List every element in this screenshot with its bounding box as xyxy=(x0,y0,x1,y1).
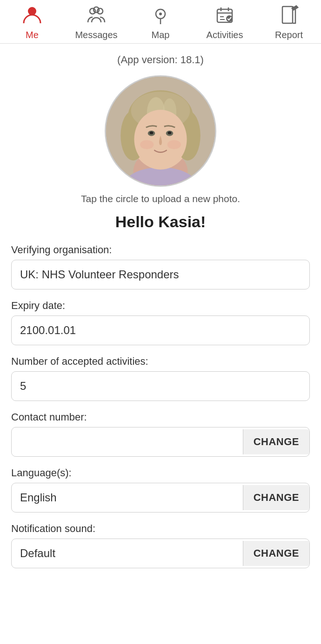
activities-icon xyxy=(214,5,235,28)
field-value-accepted-activities: 5 xyxy=(12,373,309,399)
svg-point-31 xyxy=(140,140,154,150)
field-box-verifying-org: UK: NHS Volunteer Responders xyxy=(11,260,310,289)
fields-container: Verifying organisation:UK: NHS Volunteer… xyxy=(11,244,310,568)
field-section-notification-sound: Notification sound:DefaultCHANGE xyxy=(11,523,310,568)
svg-point-13 xyxy=(226,15,233,22)
field-box-languages: EnglishCHANGE xyxy=(11,483,310,513)
change-button-languages[interactable]: CHANGE xyxy=(243,485,309,510)
field-label-contact-number: Contact number: xyxy=(11,411,310,423)
me-icon xyxy=(22,5,42,28)
field-section-contact-number: Contact number:CHANGE xyxy=(11,411,310,457)
avatar[interactable] xyxy=(105,75,216,187)
field-box-accepted-activities: 5 xyxy=(11,371,310,401)
field-label-notification-sound: Notification sound: xyxy=(11,523,310,535)
svg-point-30 xyxy=(168,131,172,134)
avatar-section: Tap the circle to upload a new photo. xyxy=(11,75,310,204)
svg-point-6 xyxy=(159,13,162,15)
change-button-notification-sound[interactable]: CHANGE xyxy=(243,541,309,566)
change-button-contact-number[interactable]: CHANGE xyxy=(243,429,309,454)
field-label-languages: Language(s): xyxy=(11,467,310,479)
nav-label-map: Map xyxy=(152,30,170,40)
field-box-contact-number: CHANGE xyxy=(11,427,310,457)
field-label-accepted-activities: Number of accepted activities: xyxy=(11,355,310,368)
field-box-notification-sound: DefaultCHANGE xyxy=(11,539,310,568)
field-section-expiry-date: Expiry date:2100.01.01 xyxy=(11,300,310,345)
field-section-verifying-org: Verifying organisation:UK: NHS Volunteer… xyxy=(11,244,310,289)
nav-item-report[interactable]: Report xyxy=(257,5,321,40)
nav-item-me[interactable]: Me xyxy=(0,5,64,40)
nav-item-messages[interactable]: Messages xyxy=(64,5,128,40)
nav-label-me: Me xyxy=(26,30,39,40)
nav-label-activities: Activities xyxy=(207,30,243,40)
avatar-hint: Tap the circle to upload a new photo. xyxy=(81,193,240,204)
field-section-accepted-activities: Number of accepted activities:5 xyxy=(11,355,310,401)
field-value-languages: English xyxy=(12,485,243,511)
svg-rect-14 xyxy=(282,7,293,23)
field-value-notification-sound: Default xyxy=(12,540,243,566)
nav-item-activities[interactable]: Activities xyxy=(193,5,257,40)
main-content: (App version: 18.1) xyxy=(0,54,321,597)
field-value-contact-number xyxy=(12,435,243,448)
svg-point-32 xyxy=(167,140,181,150)
messages-icon xyxy=(86,5,107,28)
bottom-nav: Me Messages Map xyxy=(0,0,321,44)
greeting: Hello Kasia! xyxy=(11,213,310,231)
field-value-verifying-org: UK: NHS Volunteer Responders xyxy=(12,262,309,288)
nav-item-map[interactable]: Map xyxy=(128,5,193,40)
svg-point-0 xyxy=(28,7,36,15)
svg-point-29 xyxy=(150,131,154,134)
app-version: (App version: 18.1) xyxy=(11,54,310,66)
field-label-expiry-date: Expiry date: xyxy=(11,300,310,312)
field-label-verifying-org: Verifying organisation: xyxy=(11,244,310,256)
nav-label-report: Report xyxy=(275,30,303,40)
map-icon xyxy=(150,5,171,28)
report-icon xyxy=(279,5,299,28)
field-section-languages: Language(s):EnglishCHANGE xyxy=(11,467,310,513)
field-box-expiry-date: 2100.01.01 xyxy=(11,315,310,345)
field-value-expiry-date: 2100.01.01 xyxy=(12,317,309,343)
nav-label-messages: Messages xyxy=(75,30,117,40)
